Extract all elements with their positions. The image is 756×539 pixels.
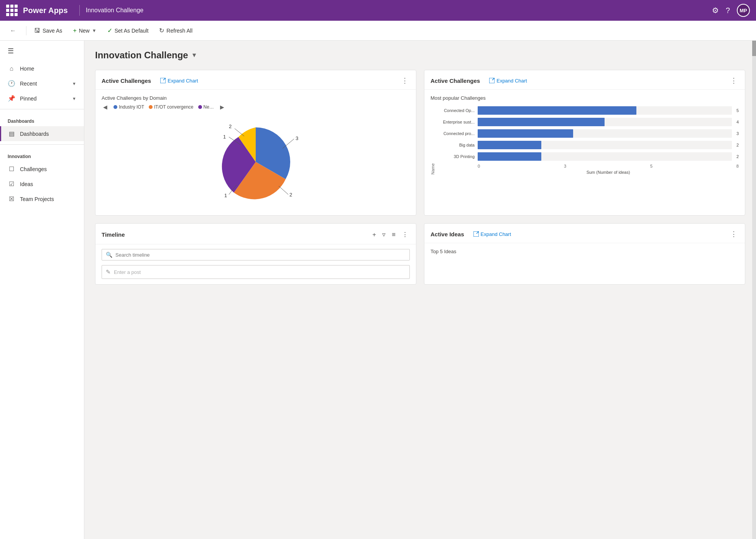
- toolbar: ← 🖫 Save As + New ▼ ✓ Set As Default ↻ R…: [0, 21, 756, 41]
- ideas-card-title: Active Ideas: [431, 231, 464, 237]
- card1-title: Active Challenges: [102, 77, 151, 84]
- scrollbar-thumb[interactable]: [752, 41, 756, 56]
- legend-label-3: Ne…: [204, 104, 214, 110]
- avatar[interactable]: MP: [737, 4, 750, 17]
- dashboard-grid: Active Challenges Expand Chart ⋮ Active …: [95, 70, 745, 285]
- sidebar: ☰ ⌂ Home 🕐 Recent ▼ 📌 Pinned ▼ Dashboard…: [0, 41, 84, 539]
- bar-fill-4: [478, 141, 541, 149]
- timeline-more-button[interactable]: ⋮: [400, 230, 410, 239]
- ideas-expand-button[interactable]: Expand Chart: [473, 231, 511, 237]
- bar-fill-1: [478, 106, 636, 115]
- legend-next-icon[interactable]: ▶: [219, 104, 226, 110]
- save-as-button[interactable]: 🖫 Save As: [30, 25, 67, 36]
- hamburger-menu[interactable]: ☰: [0, 41, 84, 61]
- bar-track-3: [478, 129, 732, 138]
- recent-icon: 🕐: [8, 80, 15, 87]
- sidebar-item-team-projects[interactable]: ☒ Team Projects: [0, 191, 84, 206]
- label-line-2t: [235, 129, 244, 136]
- bar-label-5: 3D Printing: [438, 154, 475, 159]
- expand-icon-2: [489, 78, 495, 83]
- timeline-filter-button[interactable]: ▿: [381, 230, 387, 239]
- refresh-icon: ↻: [159, 27, 164, 34]
- bar-value-4: 2: [736, 143, 739, 147]
- sidebar-divider-1: [0, 109, 84, 109]
- bar-value-5: 2: [736, 154, 739, 159]
- card1-chart-subtitle: Active Challenges by Domain: [102, 95, 410, 101]
- bar-x-label: Sum (Number of ideas): [438, 170, 739, 175]
- scrollbar-track: [752, 41, 756, 539]
- x-tick-0: 0: [478, 164, 480, 168]
- ideas-icon: ☑: [8, 180, 15, 188]
- ideas-more-button[interactable]: ⋮: [729, 230, 739, 238]
- post-icon: ✎: [106, 269, 111, 275]
- legend-label-2: IT/OT convergence: [154, 104, 194, 110]
- bar-row-2: Enterprise sust... 4: [438, 118, 739, 126]
- back-button[interactable]: ←: [6, 25, 20, 36]
- pie-label-1b: 1: [224, 193, 227, 198]
- main-layout: ☰ ⌂ Home 🕐 Recent ▼ 📌 Pinned ▼ Dashboard…: [0, 41, 756, 539]
- post-placeholder: Enter a post: [114, 269, 141, 275]
- timeline-search-box[interactable]: 🔍: [102, 249, 410, 260]
- card2-chart-subtitle: Most popular Challenges: [431, 95, 739, 101]
- timeline-title: Timeline: [102, 231, 125, 238]
- bar-track-2: [478, 118, 732, 126]
- bar-fill-2: [478, 118, 605, 126]
- bar-label-4: Big data: [438, 143, 475, 147]
- timeline-card: Timeline + ▿ ≡ ⋮ 🔍 ✎ Enter a post: [95, 223, 416, 285]
- refresh-all-button[interactable]: ↻ Refresh All: [154, 25, 197, 36]
- active-ideas-card: Active Ideas Expand Chart ⋮ Top 5 Ideas: [424, 223, 745, 285]
- sidebar-item-challenges[interactable]: ☐ Challenges: [0, 162, 84, 176]
- team-projects-icon: ☒: [8, 195, 15, 203]
- sidebar-item-pinned[interactable]: 📌 Pinned ▼: [0, 91, 84, 106]
- settings-icon[interactable]: ⚙: [712, 6, 719, 15]
- app-title: Innovation Challenge: [86, 7, 143, 14]
- legend-dot-2: [149, 105, 153, 109]
- bar-x-ticks: 0 3 5 8: [478, 164, 739, 168]
- help-icon[interactable]: ?: [726, 6, 730, 15]
- new-chevron-icon: ▼: [92, 28, 97, 33]
- expand-icon-4: [473, 231, 479, 237]
- new-button[interactable]: + New ▼: [68, 25, 101, 36]
- bar-row-5: 3D Printing 2: [438, 152, 739, 161]
- sidebar-item-dashboards[interactable]: ▤ Dashboards: [0, 126, 84, 141]
- bar-row-3: Connected pro... 3: [438, 129, 739, 138]
- waffle-menu[interactable]: [6, 5, 18, 16]
- active-challenges-pie-card: Active Challenges Expand Chart ⋮ Active …: [95, 70, 416, 216]
- bar-row-4: Big data 2: [438, 141, 739, 149]
- pie-label-1t: 1: [223, 134, 226, 140]
- bar-label-3: Connected pro...: [438, 131, 475, 136]
- challenges-icon: ☐: [8, 165, 15, 173]
- card2-title: Active Challenges: [431, 77, 480, 84]
- pinned-chevron-icon: ▼: [72, 96, 76, 101]
- set-default-button[interactable]: ✓ Set As Default: [103, 25, 153, 36]
- legend-prev-icon[interactable]: ◀: [102, 104, 109, 110]
- timeline-post-area[interactable]: ✎ Enter a post: [102, 265, 410, 279]
- card2-more-button[interactable]: ⋮: [729, 76, 739, 85]
- timeline-search-input[interactable]: [115, 252, 406, 258]
- sidebar-item-recent[interactable]: 🕐 Recent ▼: [0, 76, 84, 91]
- bar-track-1: [478, 106, 732, 115]
- page-title-row: Innovation Challenge ▼: [95, 50, 745, 61]
- card1-expand-button[interactable]: Expand Chart: [160, 78, 198, 84]
- pie-chart-container: 3 2 1 1 2: [102, 114, 410, 210]
- card2-expand-button[interactable]: Expand Chart: [489, 78, 527, 84]
- nav-divider: [79, 5, 80, 16]
- bar-fill-5: [478, 152, 541, 161]
- legend-dot-3: [198, 105, 202, 109]
- bar-value-2: 4: [736, 120, 739, 124]
- card1-body: Active Challenges by Domain ◀ Industry I…: [95, 90, 416, 215]
- active-challenges-bar-card: Active Challenges Expand Chart ⋮ Most po…: [424, 70, 745, 216]
- pie-label-3: 3: [296, 135, 298, 141]
- card1-more-button[interactable]: ⋮: [400, 76, 410, 85]
- page-title: Innovation Challenge: [95, 50, 188, 61]
- dashboard-icon: ▤: [8, 130, 15, 137]
- bar-rows: Connected Op... 5 Enterprise sust...: [438, 106, 739, 175]
- timeline-sort-button[interactable]: ≡: [390, 230, 397, 239]
- sidebar-item-ideas[interactable]: ☑ Ideas: [0, 176, 84, 191]
- page-title-chevron-icon[interactable]: ▼: [191, 52, 197, 59]
- sidebar-item-home[interactable]: ⌂ Home: [0, 61, 84, 76]
- legend-dot-1: [113, 105, 117, 109]
- x-tick-5: 5: [650, 164, 652, 168]
- timeline-add-button[interactable]: +: [371, 230, 378, 239]
- bar-fill-3: [478, 129, 573, 138]
